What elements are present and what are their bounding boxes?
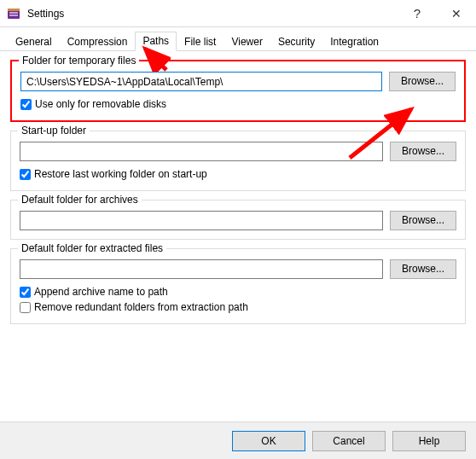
restore-folder-checkbox[interactable] <box>20 169 31 180</box>
tab-viewer[interactable]: Viewer <box>223 32 270 51</box>
ok-button[interactable]: OK <box>232 431 305 451</box>
close-button[interactable]: ✕ <box>437 0 476 26</box>
dialog-footer: OK Cancel Help <box>0 421 476 459</box>
startup-browse-button[interactable]: Browse... <box>390 142 456 161</box>
group-temp-legend: Folder for temporary files <box>19 55 139 67</box>
tab-integration[interactable]: Integration <box>322 32 386 51</box>
group-temp-folder: Folder for temporary files Browse... Use… <box>10 60 466 122</box>
svg-rect-3 <box>9 15 18 16</box>
removable-disks-checkbox[interactable] <box>20 99 32 110</box>
tab-strip: General Compression Paths File list View… <box>0 27 476 51</box>
group-startup-folder: Start-up folder Browse... Restore last w… <box>10 131 466 191</box>
tab-compression[interactable]: Compression <box>60 32 136 51</box>
tab-filelist[interactable]: File list <box>177 32 223 51</box>
extracted-path-input[interactable] <box>20 259 383 279</box>
startup-path-input[interactable] <box>20 142 383 161</box>
tab-content: Folder for temporary files Browse... Use… <box>0 51 476 324</box>
svg-rect-2 <box>9 12 18 14</box>
removable-disks-label: Use only for removable disks <box>35 98 166 110</box>
group-archives-folder: Default folder for archives Browse... <box>10 200 466 240</box>
help-button-footer[interactable]: Help <box>392 431 466 451</box>
append-archive-checkbox[interactable] <box>20 287 31 298</box>
archives-path-input[interactable] <box>20 211 383 230</box>
remove-redundant-checkbox[interactable] <box>20 302 31 313</box>
window-controls: ? ✕ <box>398 0 476 26</box>
tab-general[interactable]: General <box>8 32 60 51</box>
group-extracted-folder: Default folder for extracted files Brows… <box>10 248 466 324</box>
temp-browse-button[interactable]: Browse... <box>389 72 456 91</box>
temp-path-input[interactable] <box>20 72 382 91</box>
extracted-browse-button[interactable]: Browse... <box>390 259 456 279</box>
group-archives-legend: Default folder for archives <box>18 194 142 206</box>
titlebar: Settings ? ✕ <box>0 0 476 27</box>
tab-security[interactable]: Security <box>270 32 322 51</box>
window-title: Settings <box>27 8 398 20</box>
group-startup-legend: Start-up folder <box>18 125 90 137</box>
archives-browse-button[interactable]: Browse... <box>390 211 456 230</box>
remove-redundant-label: Remove redundant folders from extraction… <box>34 301 248 313</box>
append-archive-label: Append archive name to path <box>34 286 168 298</box>
restore-folder-label: Restore last working folder on start-up <box>34 168 207 180</box>
tab-paths[interactable]: Paths <box>135 32 177 51</box>
svg-rect-1 <box>8 9 20 11</box>
group-extracted-legend: Default folder for extracted files <box>18 242 166 254</box>
cancel-button[interactable]: Cancel <box>312 431 386 451</box>
help-button[interactable]: ? <box>398 0 437 26</box>
app-icon <box>7 7 20 20</box>
